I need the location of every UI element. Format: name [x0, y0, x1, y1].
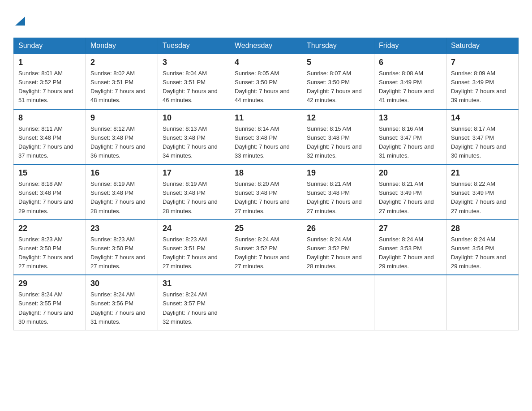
daylight-label: Daylight: 7 hours and 27 minutes. — [235, 254, 290, 270]
svg-marker-0 — [15, 17, 25, 26]
day-info: Sunrise: 8:02 AM Sunset: 3:51 PM Dayligh… — [90, 69, 153, 105]
day-info: Sunrise: 8:21 AM Sunset: 3:48 PM Dayligh… — [307, 180, 369, 216]
sunset-label: Sunset: 3:52 PM — [235, 245, 278, 252]
sunrise-label: Sunrise: 8:02 AM — [90, 70, 135, 77]
daylight-label: Daylight: 7 hours and 36 minutes. — [90, 143, 146, 159]
day-number: 26 — [307, 224, 369, 233]
day-info: Sunrise: 8:24 AM Sunset: 3:55 PM Dayligh… — [18, 290, 81, 326]
daylight-label: Daylight: 7 hours and 51 minutes. — [18, 88, 73, 103]
sunset-label: Sunset: 3:48 PM — [307, 134, 350, 141]
day-number: 23 — [90, 224, 153, 233]
sunrise-label: Sunrise: 8:16 AM — [379, 125, 423, 132]
calendar-cell: 10 Sunrise: 8:13 AM Sunset: 3:48 PM Dayl… — [158, 109, 230, 165]
sunrise-label: Sunrise: 8:24 AM — [235, 236, 279, 243]
day-number: 21 — [451, 168, 514, 178]
sunrise-label: Sunrise: 8:08 AM — [379, 70, 423, 77]
calendar-cell: 12 Sunrise: 8:15 AM Sunset: 3:48 PM Dayl… — [302, 109, 374, 165]
sunset-label: Sunset: 3:47 PM — [379, 134, 422, 141]
day-number: 25 — [235, 224, 297, 233]
day-info: Sunrise: 8:18 AM Sunset: 3:48 PM Dayligh… — [18, 180, 81, 216]
header-saturday: Saturday — [446, 38, 519, 54]
week-row-1: 1 Sunrise: 8:01 AM Sunset: 3:52 PM Dayli… — [14, 54, 519, 109]
sunset-label: Sunset: 3:48 PM — [163, 189, 206, 196]
sunrise-label: Sunrise: 8:24 AM — [451, 236, 495, 243]
sunset-label: Sunset: 3:50 PM — [90, 245, 133, 252]
sunset-label: Sunset: 3:48 PM — [90, 134, 133, 141]
sunrise-label: Sunrise: 8:01 AM — [18, 70, 63, 77]
sunset-label: Sunset: 3:50 PM — [18, 245, 61, 252]
day-info: Sunrise: 8:07 AM Sunset: 3:50 PM Dayligh… — [307, 69, 369, 105]
calendar-cell: 11 Sunrise: 8:14 AM Sunset: 3:48 PM Dayl… — [230, 109, 302, 165]
day-info: Sunrise: 8:01 AM Sunset: 3:52 PM Dayligh… — [18, 69, 81, 105]
day-info: Sunrise: 8:21 AM Sunset: 3:49 PM Dayligh… — [379, 180, 442, 216]
sunset-label: Sunset: 3:52 PM — [307, 245, 350, 252]
sunset-label: Sunset: 3:49 PM — [451, 79, 494, 86]
day-info: Sunrise: 8:24 AM Sunset: 3:53 PM Dayligh… — [379, 235, 442, 271]
weekday-header-row: Sunday Monday Tuesday Wednesday Thursday… — [14, 38, 519, 54]
day-number: 10 — [163, 113, 225, 123]
daylight-label: Daylight: 7 hours and 28 minutes. — [307, 254, 362, 270]
daylight-label: Daylight: 7 hours and 27 minutes. — [163, 254, 218, 270]
daylight-label: Daylight: 7 hours and 27 minutes. — [235, 198, 290, 214]
calendar-cell — [446, 275, 519, 330]
day-number: 29 — [18, 279, 81, 288]
header-thursday: Thursday — [302, 38, 374, 54]
daylight-label: Daylight: 7 hours and 32 minutes. — [307, 143, 362, 159]
sunrise-label: Sunrise: 8:18 AM — [18, 180, 63, 187]
calendar-cell — [230, 275, 302, 330]
header-sunday: Sunday — [14, 38, 86, 54]
calendar-cell: 23 Sunrise: 8:23 AM Sunset: 3:50 PM Dayl… — [86, 220, 158, 275]
calendar-cell: 4 Sunrise: 8:05 AM Sunset: 3:50 PM Dayli… — [230, 54, 302, 109]
day-number: 12 — [307, 113, 369, 123]
sunset-label: Sunset: 3:49 PM — [379, 189, 422, 196]
day-number: 27 — [379, 224, 442, 233]
calendar-cell: 3 Sunrise: 8:04 AM Sunset: 3:51 PM Dayli… — [158, 54, 230, 109]
header-monday: Monday — [86, 38, 158, 54]
calendar-cell: 18 Sunrise: 8:20 AM Sunset: 3:48 PM Dayl… — [230, 164, 302, 220]
sunrise-label: Sunrise: 8:24 AM — [90, 291, 135, 298]
day-number: 28 — [451, 224, 514, 233]
sunrise-label: Sunrise: 8:12 AM — [90, 125, 135, 132]
sunset-label: Sunset: 3:48 PM — [235, 134, 278, 141]
sunset-label: Sunset: 3:47 PM — [451, 134, 494, 141]
sunset-label: Sunset: 3:49 PM — [451, 189, 494, 196]
day-info: Sunrise: 8:11 AM Sunset: 3:48 PM Dayligh… — [18, 124, 81, 161]
day-info: Sunrise: 8:24 AM Sunset: 3:57 PM Dayligh… — [163, 290, 225, 326]
day-number: 5 — [307, 58, 369, 67]
calendar-cell: 26 Sunrise: 8:24 AM Sunset: 3:52 PM Dayl… — [302, 220, 374, 275]
day-info: Sunrise: 8:20 AM Sunset: 3:48 PM Dayligh… — [235, 180, 297, 216]
sunset-label: Sunset: 3:53 PM — [379, 245, 422, 252]
sunrise-label: Sunrise: 8:19 AM — [90, 180, 135, 187]
daylight-label: Daylight: 7 hours and 44 minutes. — [235, 88, 290, 103]
sunrise-label: Sunrise: 8:15 AM — [307, 125, 351, 132]
day-info: Sunrise: 8:14 AM Sunset: 3:48 PM Dayligh… — [235, 124, 297, 161]
day-info: Sunrise: 8:05 AM Sunset: 3:50 PM Dayligh… — [235, 69, 297, 105]
daylight-label: Daylight: 7 hours and 39 minutes. — [451, 88, 506, 103]
day-info: Sunrise: 8:15 AM Sunset: 3:48 PM Dayligh… — [307, 124, 369, 161]
sunrise-label: Sunrise: 8:23 AM — [163, 236, 207, 243]
sunset-label: Sunset: 3:48 PM — [307, 189, 350, 196]
week-row-4: 22 Sunrise: 8:23 AM Sunset: 3:50 PM Dayl… — [14, 220, 519, 275]
sunrise-label: Sunrise: 8:05 AM — [235, 70, 279, 77]
calendar-cell: 21 Sunrise: 8:22 AM Sunset: 3:49 PM Dayl… — [446, 164, 519, 220]
daylight-label: Daylight: 7 hours and 27 minutes. — [379, 198, 434, 214]
sunset-label: Sunset: 3:48 PM — [18, 134, 61, 141]
day-number: 22 — [18, 224, 81, 233]
calendar-cell: 6 Sunrise: 8:08 AM Sunset: 3:49 PM Dayli… — [374, 54, 446, 109]
day-info: Sunrise: 8:23 AM Sunset: 3:51 PM Dayligh… — [163, 235, 225, 271]
day-info: Sunrise: 8:23 AM Sunset: 3:50 PM Dayligh… — [90, 235, 153, 271]
page-header — [9, 9, 523, 29]
sunrise-label: Sunrise: 8:24 AM — [163, 291, 207, 298]
sunrise-label: Sunrise: 8:24 AM — [307, 236, 351, 243]
calendar-cell: 9 Sunrise: 8:12 AM Sunset: 3:48 PM Dayli… — [86, 109, 158, 165]
day-number: 19 — [307, 168, 369, 178]
calendar-cell: 25 Sunrise: 8:24 AM Sunset: 3:52 PM Dayl… — [230, 220, 302, 275]
day-info: Sunrise: 8:09 AM Sunset: 3:49 PM Dayligh… — [451, 69, 514, 105]
daylight-label: Daylight: 7 hours and 29 minutes. — [451, 254, 506, 270]
calendar-cell — [302, 275, 374, 330]
daylight-label: Daylight: 7 hours and 28 minutes. — [163, 198, 218, 214]
week-row-2: 8 Sunrise: 8:11 AM Sunset: 3:48 PM Dayli… — [14, 109, 519, 165]
sunrise-label: Sunrise: 8:23 AM — [90, 236, 135, 243]
day-number: 24 — [163, 224, 225, 233]
logo-arrow-icon — [15, 13, 25, 29]
